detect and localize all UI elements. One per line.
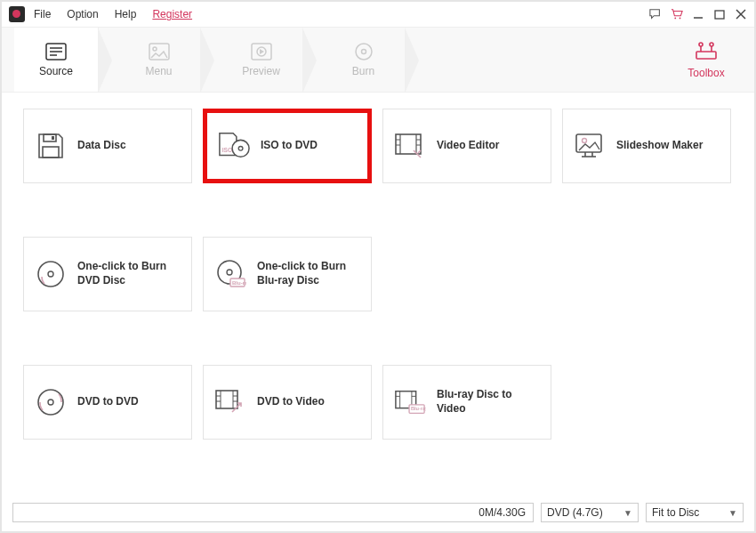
card-label: Data Disc [77, 139, 126, 153]
card-slideshow-maker[interactable]: Slideshow Maker [562, 109, 731, 183]
card-label: Video Editor [437, 139, 499, 153]
caret-down-icon: ▼ [728, 508, 737, 518]
minimize-icon[interactable] [692, 8, 704, 20]
floppy-icon [35, 130, 67, 162]
card-iso-to-dvd[interactable]: ISO ISO to DVD [203, 109, 372, 183]
svg-point-46 [48, 400, 53, 405]
toolbox-button[interactable]: Toolbox [671, 28, 742, 92]
card-video-editor[interactable]: Video Editor [382, 109, 551, 183]
svg-rect-27 [396, 134, 421, 154]
disc-type-value: DVD (4.7G) [547, 506, 603, 519]
svg-rect-16 [696, 52, 716, 59]
svg-rect-47 [216, 391, 237, 408]
svg-point-1 [680, 18, 681, 20]
card-bluray-to-video[interactable]: Blu-ray Blu-ray Disc to Video [382, 365, 551, 440]
video-editor-icon [394, 130, 426, 162]
bottom-bar: 0M/4.30G DVD (4.7G) ▼ Fit to Disc ▼ [12, 503, 744, 522]
fit-select[interactable]: Fit to Disc ▼ [646, 503, 744, 522]
svg-point-19 [699, 43, 703, 46]
svg-rect-23 [52, 136, 54, 140]
step-arrow [99, 28, 117, 92]
svg-point-40 [48, 271, 53, 277]
card-label: One-click to Burn Blu-ray Disc [257, 260, 360, 287]
burn-icon [352, 42, 375, 61]
preview-icon [250, 42, 273, 61]
slideshow-icon [574, 130, 606, 162]
step-menu[interactable]: Menu [117, 28, 201, 92]
svg-point-42 [227, 270, 232, 275]
card-label: Blu-ray Disc to Video [437, 388, 540, 416]
iso-icon: ISO [218, 130, 250, 162]
svg-text:ISO: ISO [222, 147, 232, 153]
caret-down-icon: ▼ [623, 508, 632, 518]
step-label: Menu [145, 65, 172, 77]
dvd-copy-icon [35, 386, 67, 418]
card-label: DVD to Video [257, 395, 325, 409]
svg-point-35 [583, 139, 587, 143]
dvd-to-video-icon [214, 386, 246, 418]
disc-type-select[interactable]: DVD (4.7G) ▼ [541, 503, 639, 522]
toolbox-icon [694, 41, 719, 63]
svg-point-20 [710, 43, 713, 46]
maximize-icon[interactable] [713, 8, 726, 20]
svg-point-39 [38, 262, 63, 287]
step-arrow [201, 28, 219, 92]
app-logo [9, 6, 25, 22]
bluray-burn-icon: Blu-ray [214, 258, 246, 290]
svg-point-45 [38, 390, 63, 415]
step-source[interactable]: Source [14, 28, 99, 92]
progress-bar: 0M/4.30G [12, 503, 534, 522]
titlebar: File Option Help Register [2, 2, 754, 27]
close-icon[interactable] [735, 8, 747, 20]
menu-option[interactable]: Option [67, 8, 98, 20]
step-arrow [303, 28, 321, 92]
cart-icon[interactable] [671, 8, 683, 20]
svg-point-0 [674, 18, 676, 20]
svg-rect-22 [43, 147, 59, 157]
svg-point-11 [153, 47, 157, 51]
bluray-to-video-icon: Blu-ray [394, 386, 426, 418]
step-burn[interactable]: Burn [321, 28, 406, 92]
svg-point-15 [361, 50, 366, 54]
menu-register[interactable]: Register [152, 8, 192, 20]
card-oneclick-dvd[interactable]: One-click to Burn DVD Disc [23, 237, 192, 311]
step-label: Burn [352, 65, 374, 77]
card-label: ISO to DVD [261, 139, 318, 153]
disc-burn-icon [35, 258, 67, 290]
svg-point-25 [232, 140, 249, 157]
progress-text: 0M/4.30G [479, 506, 526, 519]
card-label: DVD to DVD [77, 395, 139, 409]
card-oneclick-bluray[interactable]: Blu-ray One-click to Burn Blu-ray Disc [203, 237, 372, 311]
menu-icon [148, 42, 171, 61]
card-dvd-to-dvd[interactable]: DVD to DVD [23, 365, 192, 440]
window-controls [649, 8, 747, 20]
toolbox-label: Toolbox [688, 67, 724, 79]
steps-bar: Source Menu Preview Burn Toolbox [2, 27, 754, 93]
card-label: Slideshow Maker [616, 139, 703, 153]
step-preview[interactable]: Preview [219, 28, 303, 92]
step-arrow [406, 28, 423, 92]
card-dvd-to-video[interactable]: DVD to Video [203, 365, 372, 440]
step-label: Source [39, 65, 73, 77]
fit-value: Fit to Disc [652, 506, 699, 519]
tool-grid: Data Disc ISO ISO to DVD Video Editor Sl… [2, 93, 754, 440]
svg-text:Blu-ray: Blu-ray [232, 280, 246, 286]
card-label: One-click to Burn DVD Disc [77, 260, 181, 287]
card-data-disc[interactable]: Data Disc [23, 109, 192, 183]
svg-rect-3 [715, 11, 724, 19]
menu-file[interactable]: File [34, 8, 51, 20]
source-icon [44, 42, 68, 61]
menu-help[interactable]: Help [115, 8, 137, 20]
svg-text:Blu-ray: Blu-ray [411, 406, 426, 411]
chat-icon[interactable] [649, 8, 662, 20]
svg-point-14 [356, 44, 372, 60]
step-label: Preview [242, 65, 280, 77]
